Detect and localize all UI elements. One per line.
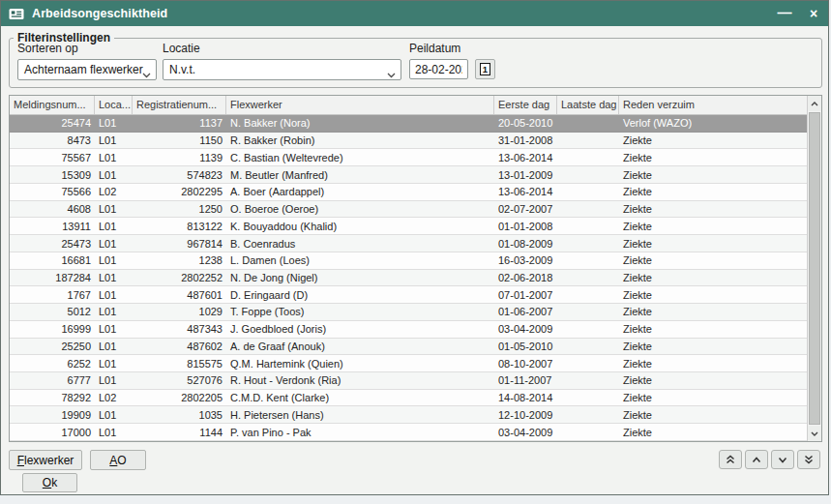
cell-flexwerker: D. Eringaard (D) — [226, 289, 494, 301]
sort-dropdown[interactable]: Achternaam flexwerker — [17, 59, 157, 80]
table-row[interactable]: 75566L022802295A. Boer (Aardappel)13-06-… — [10, 184, 807, 201]
cell-reden: Ziekte — [619, 427, 807, 438]
column-header-reden[interactable]: Reden verzuim — [619, 96, 807, 114]
cell-registratie: 487601 — [133, 289, 226, 301]
cell-flexwerker: Q.M. Hartemink (Quien) — [226, 358, 494, 370]
nav-last-button[interactable] — [797, 450, 820, 469]
table-row[interactable]: 6777L01527076R. Hout - Verdonk (Ria)01-1… — [10, 372, 807, 390]
column-header-flexwerker[interactable]: Flexwerker — [226, 96, 494, 114]
calendar-button[interactable]: 1 — [475, 59, 495, 79]
dialog-window: Arbeidsongeschiktheid — × Filterinstelli… — [0, 0, 829, 495]
table-row[interactable]: 6252L01815575Q.M. Hartemink (Quien)08-10… — [10, 355, 807, 372]
table-row[interactable]: 19909L011035H. Pietersen (Hans)12-10-200… — [10, 406, 807, 424]
table-header-row: Meldingsnum...Loca...Registratienum...Fl… — [10, 96, 807, 115]
column-header-locatie[interactable]: Loca... — [95, 96, 133, 114]
cell-melding: 187284 — [10, 272, 95, 283]
date-input[interactable] — [409, 59, 468, 79]
cell-flexwerker: L. Damen (Loes) — [226, 254, 494, 266]
close-button[interactable]: × — [799, 1, 828, 26]
cell-flexwerker: N. De Jong (Nigel) — [226, 272, 494, 283]
table-row[interactable]: 13911L01813122K. Bouyaddou (Khalid)01-01… — [10, 218, 807, 235]
cell-registratie: 1150 — [133, 134, 226, 146]
cell-locatie: L01 — [95, 238, 133, 250]
nav-next-button[interactable] — [771, 450, 794, 469]
cell-eerste: 02-06-2018 — [494, 272, 557, 283]
cell-eerste: 08-10-2007 — [494, 358, 557, 370]
scroll-up-icon[interactable] — [808, 96, 821, 111]
cell-melding: 8473 — [10, 134, 95, 146]
records-table: Meldingsnum...Loca...Registratienum...Fl… — [9, 95, 822, 442]
cell-reden: Ziekte — [619, 134, 807, 146]
cell-locatie: L01 — [95, 409, 133, 421]
cell-flexwerker: C. Bastian (Weltevrede) — [226, 152, 494, 163]
cell-flexwerker: R. Bakker (Robin) — [226, 134, 494, 146]
cell-melding: 75567 — [10, 152, 95, 163]
cell-registratie: 527076 — [133, 374, 226, 386]
cell-melding: 6777 — [10, 374, 95, 386]
cell-locatie: L01 — [95, 306, 133, 317]
cell-flexwerker: P. van Pino - Pak — [226, 427, 494, 438]
cell-melding: 75566 — [10, 186, 95, 197]
table-row[interactable]: 5012L011029T. Foppe (Toos)01-06-2007Ziek… — [10, 304, 807, 321]
date-label: Peildatum — [409, 42, 495, 55]
filter-settings-group: Filterinstellingen Sorteren op Achternaa… — [9, 31, 822, 88]
location-label: Locatie — [163, 42, 401, 55]
cell-locatie: L01 — [95, 254, 133, 266]
cell-eerste: 01-01-2008 — [494, 221, 557, 232]
table-row[interactable]: 16681L011238L. Damen (Loes)16-03-2009Zie… — [10, 252, 807, 270]
table-row[interactable]: 25473L01967814B. Coenradus01-08-2009Ziek… — [10, 235, 807, 252]
cell-melding: 16681 — [10, 254, 95, 266]
column-header-registratie[interactable]: Registratienum... — [133, 96, 226, 114]
column-header-laatste[interactable]: Laatste dag — [557, 96, 619, 114]
cell-eerste: 01-11-2007 — [494, 374, 557, 386]
minimize-button[interactable]: — — [770, 1, 799, 26]
table-row[interactable]: 16999L01487343J. Goedbloed (Joris)03-04-… — [10, 321, 807, 339]
table-row[interactable]: 25474L011137N. Bakker (Nora)20-05-2010Ve… — [10, 115, 807, 133]
cell-melding: 16999 — [10, 323, 95, 335]
cell-reden: Ziekte — [619, 169, 807, 181]
table-row[interactable]: 4608L011250O. Boeroe (Oeroe)02-07-2007Zi… — [10, 201, 807, 219]
column-header-eerste[interactable]: Eerste dag — [494, 96, 557, 114]
cell-melding: 13911 — [10, 221, 95, 232]
cell-reden: Ziekte — [619, 392, 807, 403]
scrollbar-thumb[interactable] — [809, 112, 820, 425]
table-row[interactable]: 8473L011150R. Bakker (Robin)31-01-2008Zi… — [10, 133, 807, 150]
card-icon — [9, 8, 24, 20]
cell-eerste: 03-04-2009 — [494, 427, 557, 438]
cell-registratie: 813122 — [133, 221, 226, 232]
cell-registratie: 2802295 — [133, 186, 226, 197]
nav-previous-button[interactable] — [745, 450, 768, 469]
flexwerker-button[interactable]: Flexwerker — [9, 450, 82, 470]
cell-eerste: 16-03-2009 — [494, 254, 557, 266]
location-dropdown[interactable]: N.v.t. — [163, 59, 401, 80]
cell-melding: 1767 — [10, 289, 95, 301]
cell-reden: Ziekte — [619, 203, 807, 215]
table-row[interactable]: 17000L011144P. van Pino - Pak03-04-2009Z… — [10, 424, 807, 441]
cell-registratie: 815575 — [133, 358, 226, 370]
cell-melding: 17000 — [10, 427, 95, 438]
column-header-melding[interactable]: Meldingsnum... — [10, 96, 95, 114]
cell-reden: Ziekte — [619, 186, 807, 197]
cell-registratie: 487343 — [133, 323, 226, 335]
table-row[interactable]: 187284L012802252N. De Jong (Nigel)02-06-… — [10, 270, 807, 287]
nav-first-button[interactable] — [719, 450, 742, 469]
cell-flexwerker: K. Bouyaddou (Khalid) — [226, 221, 494, 232]
ao-button[interactable]: AO — [90, 450, 146, 470]
table-row[interactable]: 25250L01487602A. de Graaf (Anouk)01-05-2… — [10, 339, 807, 356]
table-row[interactable]: 78292L022802205C.M.D. Kent (Clarke)14-08… — [10, 390, 807, 407]
cell-melding: 25474 — [10, 117, 95, 129]
cell-registratie: 574823 — [133, 169, 226, 181]
ok-button[interactable]: Ok — [22, 473, 77, 492]
table-row[interactable]: 1767L01487601D. Eringaard (D)07-01-2007Z… — [10, 286, 807, 304]
cell-locatie: L01 — [95, 152, 133, 163]
cell-reden: Ziekte — [619, 374, 807, 386]
cell-melding: 6252 — [10, 358, 95, 370]
cell-melding: 5012 — [10, 306, 95, 317]
scroll-down-icon[interactable] — [808, 426, 821, 441]
table-row[interactable]: 15309L01574823M. Beutler (Manfred)13-01-… — [10, 166, 807, 184]
title-bar[interactable]: Arbeidsongeschiktheid — × — [1, 1, 828, 26]
chevron-up-icon — [752, 457, 761, 463]
table-row[interactable]: 75567L011139C. Bastian (Weltevrede)13-06… — [10, 149, 807, 166]
cell-melding: 19909 — [10, 409, 95, 421]
vertical-scrollbar[interactable] — [807, 96, 821, 441]
